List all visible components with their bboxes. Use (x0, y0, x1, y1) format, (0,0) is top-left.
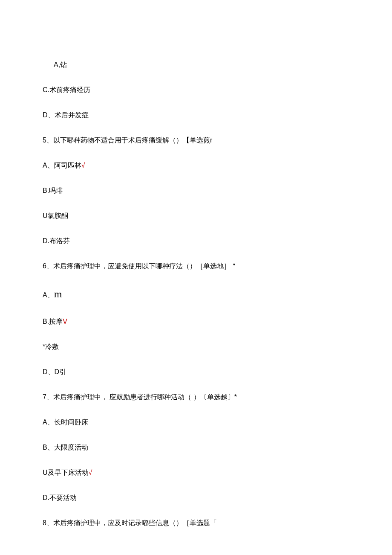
option-5c: U氯胺酮 (43, 211, 349, 221)
check-mark: √ (89, 469, 92, 476)
option-6d: D、D引 (43, 367, 349, 377)
option-7c: U及早下床活动√ (43, 468, 349, 478)
option-m-char: m (54, 288, 62, 299)
option-5a: A、阿司匹林√ (43, 160, 349, 171)
option-text: D、术后并发症 (43, 110, 349, 120)
check-mark: √ (81, 162, 85, 169)
question-7: 7、术后疼痛护理中， 应鼓励患者进行哪种活动（ ）〔单选越〕* (43, 392, 349, 402)
option-7b: B、大限度活动 (43, 442, 349, 453)
option-6c: *冷敷 (43, 342, 349, 352)
option-text: A、阿司匹林 (43, 162, 81, 169)
option-text: U及早下床活动 (43, 469, 89, 476)
check-mark: V (63, 318, 67, 325)
option-5b: B.吗琲 (43, 186, 349, 196)
option-text: A,钻 (43, 60, 349, 70)
option-prefix: A、 (43, 291, 54, 299)
option-text: B.按摩 (43, 318, 63, 325)
question-6: 6、术后疼痛护理中，应避免使用以下哪种疗法（）［单选地］＂ (43, 261, 349, 271)
question-5: 5、以下哪种药物不适合用于术后疼痛缓解（）【单选煎r (43, 135, 349, 145)
option-6a: A、m (43, 286, 349, 302)
option-7d: D.不要活动 (43, 493, 349, 503)
option-7a: A、长时间卧床 (43, 417, 349, 427)
option-6b: B.按摩V (43, 317, 349, 327)
option-5d: D.布洛芬 (43, 236, 349, 246)
option-text: C.术前疼痛经历 (43, 85, 349, 95)
question-8: 8、术后疼痛护理中，应及时记录嘟些信息（）［单选题「 (43, 518, 349, 528)
